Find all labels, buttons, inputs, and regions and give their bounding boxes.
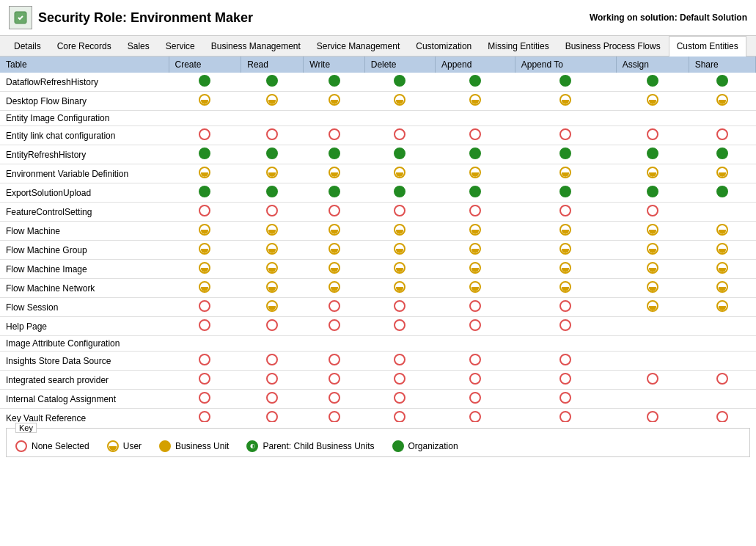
cell-create[interactable] (169, 164, 241, 183)
cell-delete[interactable] (364, 222, 435, 241)
cell-create[interactable] (169, 222, 241, 241)
cell-share[interactable] (689, 298, 755, 317)
cell-read[interactable] (241, 409, 304, 423)
cell-share[interactable] (689, 222, 755, 241)
cell-delete[interactable] (364, 203, 435, 222)
cell-share[interactable] (689, 260, 755, 279)
cell-read[interactable] (241, 298, 304, 317)
cell-append[interactable] (436, 111, 515, 126)
cell-create[interactable] (169, 183, 241, 203)
cell-create[interactable] (169, 126, 241, 145)
cell-appendTo[interactable] (515, 260, 616, 279)
cell-read[interactable] (241, 126, 304, 145)
cell-write[interactable] (304, 317, 364, 336)
cell-create[interactable] (169, 336, 241, 352)
cell-create[interactable] (169, 241, 241, 260)
tab-custom-entities[interactable]: Custom Entities (669, 36, 746, 57)
cell-read[interactable] (241, 111, 304, 126)
cell-assign[interactable] (616, 260, 689, 279)
cell-read[interactable] (241, 317, 304, 336)
cell-assign[interactable] (616, 241, 689, 260)
cell-create[interactable] (169, 111, 241, 126)
cell-appendTo[interactable] (515, 164, 616, 183)
cell-read[interactable] (241, 390, 304, 409)
cell-delete[interactable] (364, 164, 435, 183)
cell-appendTo[interactable] (515, 298, 616, 317)
cell-write[interactable] (304, 203, 364, 222)
cell-share[interactable] (689, 241, 755, 260)
cell-append[interactable] (436, 73, 515, 92)
cell-appendTo[interactable] (515, 336, 616, 352)
cell-delete[interactable] (364, 352, 435, 371)
cell-share[interactable] (689, 279, 755, 298)
cell-share[interactable] (689, 317, 755, 336)
cell-appendTo[interactable] (515, 222, 616, 241)
cell-append[interactable] (436, 371, 515, 390)
cell-create[interactable] (169, 298, 241, 317)
cell-write[interactable] (304, 371, 364, 390)
cell-assign[interactable] (616, 203, 689, 222)
cell-append[interactable] (436, 92, 515, 111)
cell-delete[interactable] (364, 279, 435, 298)
cell-delete[interactable] (364, 111, 435, 126)
cell-append[interactable] (436, 409, 515, 423)
cell-append[interactable] (436, 352, 515, 371)
cell-write[interactable] (304, 164, 364, 183)
cell-assign[interactable] (616, 317, 689, 336)
cell-create[interactable] (169, 73, 241, 92)
cell-read[interactable] (241, 352, 304, 371)
cell-assign[interactable] (616, 222, 689, 241)
cell-assign[interactable] (616, 390, 689, 409)
cell-write[interactable] (304, 126, 364, 145)
tab-business-management[interactable]: Business Management (203, 36, 309, 56)
cell-delete[interactable] (364, 183, 435, 203)
cell-share[interactable] (689, 203, 755, 222)
cell-write[interactable] (304, 279, 364, 298)
cell-assign[interactable] (616, 73, 689, 92)
cell-delete[interactable] (364, 298, 435, 317)
cell-create[interactable] (169, 390, 241, 409)
cell-write[interactable] (304, 409, 364, 423)
cell-append[interactable] (436, 145, 515, 164)
cell-appendTo[interactable] (515, 183, 616, 203)
cell-create[interactable] (169, 352, 241, 371)
cell-write[interactable] (304, 260, 364, 279)
cell-create[interactable] (169, 260, 241, 279)
cell-assign[interactable] (616, 279, 689, 298)
tab-business-process-flows[interactable]: Business Process Flows (557, 36, 669, 56)
cell-appendTo[interactable] (515, 203, 616, 222)
cell-read[interactable] (241, 222, 304, 241)
cell-appendTo[interactable] (515, 126, 616, 145)
cell-appendTo[interactable] (515, 111, 616, 126)
cell-read[interactable] (241, 371, 304, 390)
cell-assign[interactable] (616, 145, 689, 164)
cell-delete[interactable] (364, 317, 435, 336)
cell-append[interactable] (436, 222, 515, 241)
cell-appendTo[interactable] (515, 145, 616, 164)
cell-write[interactable] (304, 241, 364, 260)
cell-write[interactable] (304, 336, 364, 352)
cell-appendTo[interactable] (515, 279, 616, 298)
cell-delete[interactable] (364, 241, 435, 260)
cell-assign[interactable] (616, 126, 689, 145)
cell-share[interactable] (689, 390, 755, 409)
cell-share[interactable] (689, 336, 755, 352)
cell-create[interactable] (169, 92, 241, 111)
cell-write[interactable] (304, 298, 364, 317)
cell-assign[interactable] (616, 336, 689, 352)
cell-appendTo[interactable] (515, 371, 616, 390)
cell-append[interactable] (436, 203, 515, 222)
tab-customization[interactable]: Customization (408, 36, 480, 56)
cell-append[interactable] (436, 260, 515, 279)
cell-appendTo[interactable] (515, 390, 616, 409)
cell-create[interactable] (169, 145, 241, 164)
cell-appendTo[interactable] (515, 73, 616, 92)
cell-assign[interactable] (616, 164, 689, 183)
tab-sales[interactable]: Sales (120, 36, 158, 56)
cell-share[interactable] (689, 126, 755, 145)
cell-appendTo[interactable] (515, 92, 616, 111)
cell-append[interactable] (436, 241, 515, 260)
cell-append[interactable] (436, 126, 515, 145)
cell-share[interactable] (689, 371, 755, 390)
cell-append[interactable] (436, 390, 515, 409)
